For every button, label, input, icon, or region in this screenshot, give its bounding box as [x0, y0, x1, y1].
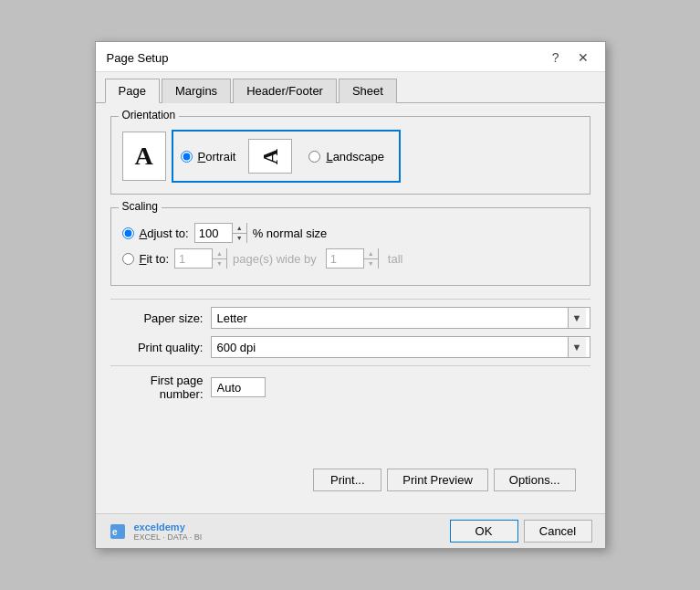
adjust-label[interactable]: Adjust to: — [140, 227, 189, 240]
brand-name: exceldemy — [134, 522, 203, 532]
fitto-radio[interactable] — [122, 253, 134, 265]
portrait-icon-standalone: A — [122, 132, 166, 181]
tab-header-footer[interactable]: Header/Footer — [233, 79, 337, 103]
first-page-label: First page number: — [110, 374, 211, 401]
print-quality-dropdown[interactable]: 600 dpi ▼ — [211, 336, 590, 358]
fit-tall-spin-buttons: ▲ ▼ — [363, 248, 378, 269]
adjust-spin-up[interactable]: ▲ — [233, 223, 246, 233]
help-button[interactable]: ? — [547, 49, 565, 66]
adjust-to-line: Adjust to: ▲ ▼ % normal size — [122, 223, 579, 243]
adjust-value-input-wrap: ▲ ▼ — [194, 223, 247, 243]
exceldemy-logo-icon: e — [109, 522, 127, 541]
paper-size-dropdown[interactable]: Letter ▼ — [211, 307, 590, 329]
print-quality-selected: 600 dpi — [217, 341, 256, 354]
svg-text:e: e — [112, 527, 118, 537]
print-preview-button[interactable]: Print Preview — [387, 469, 488, 491]
dialog-title: Page Setup — [107, 51, 169, 65]
fit-wide-input[interactable] — [175, 249, 212, 268]
paper-size-arrow: ▼ — [568, 308, 586, 328]
adjust-spin-down[interactable]: ▼ — [233, 233, 246, 244]
fit-wide-spin-up[interactable]: ▲ — [213, 248, 226, 258]
page-setup-dialog: Page Setup ? ✕ Page Margins Header/Foote… — [95, 41, 606, 549]
paper-size-value: Letter ▼ — [211, 307, 590, 329]
portrait-radio[interactable] — [181, 151, 193, 163]
spacer — [110, 408, 590, 463]
fit-wide-spin-buttons: ▲ ▼ — [212, 248, 226, 269]
close-button[interactable]: ✕ — [572, 49, 594, 66]
portrait-option: Portrait — [181, 150, 236, 163]
fit-tall-input[interactable] — [327, 249, 363, 268]
fitto-label[interactable]: Fit to: — [140, 252, 170, 266]
footer-ok-cancel: OK Cancel — [450, 520, 592, 543]
fit-to-line: Fit to: ▲ ▼ page(s) wide by ▲ — [122, 248, 579, 269]
first-page-input[interactable] — [211, 377, 266, 397]
tab-sheet[interactable]: Sheet — [339, 79, 397, 103]
ok-button[interactable]: OK — [450, 520, 518, 543]
adjust-value-input[interactable] — [195, 224, 232, 242]
portrait-radio-label[interactable]: Portrait — [198, 150, 236, 163]
footer-logo: e exceldemy EXCEL · DATA · BI — [109, 522, 203, 542]
adjust-suffix: % normal size — [253, 227, 328, 240]
print-button[interactable]: Print... — [313, 469, 381, 491]
orientation-row: A Portrait A — [122, 130, 579, 183]
action-buttons: Print... Print Preview Options... — [110, 463, 590, 504]
fit-wide-suffix: page(s) wide by — [233, 252, 317, 266]
adjust-spin-buttons: ▲ ▼ — [232, 223, 246, 243]
options-button[interactable]: Options... — [494, 469, 576, 491]
print-quality-value: 600 dpi ▼ — [211, 336, 590, 358]
tab-page[interactable]: Page — [105, 79, 160, 103]
print-quality-label: Print quality: — [110, 341, 211, 354]
landscape-icon-small: A — [248, 139, 292, 174]
fit-wide-input-wrap: ▲ ▼ — [174, 248, 227, 269]
fit-tall-suffix: tall — [388, 252, 403, 266]
scaling-row: Adjust to: ▲ ▼ % normal size — [122, 223, 579, 269]
first-page-row: First page number: — [110, 374, 590, 401]
title-actions: ? ✕ — [547, 49, 594, 66]
brand-tagline: EXCEL · DATA · BI — [134, 532, 203, 542]
landscape-radio[interactable] — [308, 151, 320, 163]
landscape-radio-label[interactable]: Landscape — [326, 150, 384, 163]
tab-margins[interactable]: Margins — [162, 79, 231, 103]
landscape-option: Landscape — [308, 150, 384, 163]
first-page-value — [211, 377, 590, 397]
fit-tall-spin-up[interactable]: ▲ — [364, 248, 378, 258]
print-quality-arrow: ▼ — [568, 337, 586, 357]
adjust-radio[interactable] — [122, 227, 134, 239]
tabs-bar: Page Margins Header/Footer Sheet — [96, 72, 605, 103]
paper-size-row: Paper size: Letter ▼ — [110, 307, 590, 329]
fit-tall-input-wrap: ▲ ▼ — [326, 248, 379, 269]
cancel-button[interactable]: Cancel — [524, 520, 592, 543]
paper-size-label: Paper size: — [110, 311, 211, 325]
fit-tall-spin-down[interactable]: ▼ — [364, 258, 378, 269]
orientation-label: Orientation — [119, 109, 180, 121]
paper-size-selected: Letter — [217, 311, 247, 325]
scaling-label: Scaling — [119, 200, 162, 213]
fit-wide-spin-down[interactable]: ▼ — [213, 258, 226, 269]
title-bar: Page Setup ? ✕ — [96, 42, 605, 72]
orientation-options-box: Portrait A Landscape — [172, 130, 402, 183]
footer-brand-text: exceldemy EXCEL · DATA · BI — [134, 522, 203, 542]
print-quality-row: Print quality: 600 dpi ▼ — [110, 336, 590, 358]
dialog-content: Orientation A Portrait — [96, 103, 605, 513]
footer-bar: e exceldemy EXCEL · DATA · BI OK Cancel — [96, 513, 605, 548]
scaling-section: Scaling Adjust to: ▲ ▼ % normal — [110, 207, 590, 286]
orientation-section: Orientation A Portrait — [110, 116, 590, 195]
